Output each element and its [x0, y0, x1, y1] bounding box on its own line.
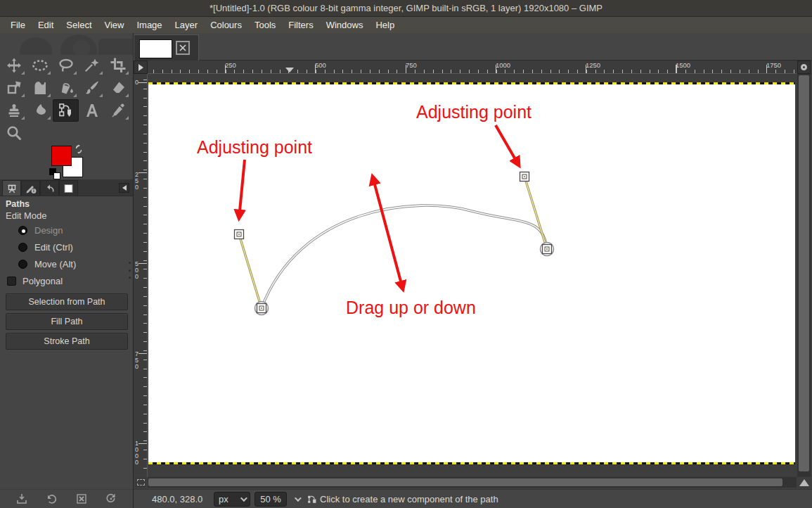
radio-edit[interactable]: Edit (Ctrl)	[18, 242, 128, 253]
statusbar: 480.0, 328.0 px 50 % Click to create a n…	[134, 489, 812, 508]
polygonal-checkbox-row[interactable]: Polygonal	[7, 276, 128, 286]
radio-design[interactable]: Design	[18, 225, 128, 236]
menu-item[interactable]: Windows	[320, 17, 370, 33]
ruler-label: 500	[315, 61, 326, 69]
tool-free-select[interactable]	[53, 54, 79, 77]
menu-item[interactable]: Help	[369, 17, 401, 33]
menu-item[interactable]: Colours	[204, 17, 248, 33]
restore-preset-icon[interactable]	[45, 493, 58, 505]
dock-tab-undo-history[interactable]	[40, 180, 59, 196]
radio-label: Edit (Ctrl)	[34, 242, 73, 253]
radio-move[interactable]: Move (Alt)	[18, 259, 128, 269]
path-action-button[interactable]: Stroke Path	[6, 333, 128, 350]
ruler-label: 1000	[135, 440, 141, 466]
reset-options-icon[interactable]	[105, 493, 117, 505]
tool-smudge[interactable]	[27, 99, 53, 122]
tool-options-dock: Paths Edit Mode Design Edit (Ctrl) Move …	[0, 179, 133, 508]
menu-item[interactable]: Filters	[282, 17, 319, 33]
tool-zoom[interactable]	[1, 122, 27, 144]
arrow-left-adjusting	[239, 160, 245, 218]
titlebar[interactable]: *[Untitled]-1.0 (RGB colour 8-bit gamma …	[0, 0, 812, 17]
foreground-color-swatch[interactable]	[51, 146, 72, 166]
menu-item[interactable]: Tools	[248, 17, 282, 33]
annotation-text: Adjusting point	[197, 137, 312, 158]
handle-lines	[239, 177, 547, 308]
path-action-buttons: Selection from PathFill PathStroke Path	[6, 293, 128, 350]
nav-arrow-icon	[799, 479, 809, 486]
vertical-ruler[interactable]: 02505007501000	[134, 74, 148, 477]
zoom-entry[interactable]: 50 %	[254, 492, 287, 507]
chevron-down-icon	[240, 495, 247, 502]
dock-tab-tool-options[interactable]	[2, 180, 21, 196]
quick-mask-toggle[interactable]	[135, 477, 146, 488]
dock-tab-colours[interactable]	[59, 180, 78, 196]
menu-item[interactable]: File	[4, 17, 32, 33]
ruler-corner-menu-button[interactable]	[134, 61, 148, 74]
move-icon	[6, 57, 22, 74]
vertical-scrollbar[interactable]	[797, 74, 811, 477]
ruler-label: 250	[225, 61, 236, 69]
tool-color-picker[interactable]	[105, 99, 131, 122]
bezier-curve	[262, 205, 547, 308]
bucket-fill-icon	[58, 80, 75, 96]
menu-item[interactable]: View	[98, 17, 131, 33]
menu-item[interactable]: Edit	[32, 17, 60, 33]
ruler-label: 500	[135, 261, 141, 280]
tool-paintbrush[interactable]	[79, 77, 105, 99]
annotation-text: Drag up or down	[346, 298, 476, 318]
canvas-region: 2505007501000125015001750 02505007501000	[134, 33, 812, 489]
canvas-viewport[interactable]: Adjusting pointAdjusting pointDrag up or…	[148, 74, 797, 477]
navigate-image-button[interactable]	[797, 477, 811, 488]
image-tab[interactable]	[134, 34, 199, 61]
paths-icon	[58, 102, 75, 119]
tool-unified-transform[interactable]	[1, 77, 27, 99]
tool-paths[interactable]	[53, 99, 79, 122]
lasso-icon	[58, 57, 75, 74]
crop-icon	[110, 57, 127, 74]
magic-wand-icon	[84, 57, 101, 74]
dock-body: Paths Edit Mode Design Edit (Ctrl) Move …	[0, 196, 133, 353]
close-image-button[interactable]	[176, 41, 190, 55]
dock-tab-row	[0, 179, 133, 196]
horizontal-ruler[interactable]: 2505007501000125015001750	[148, 61, 797, 74]
pointer-position-marker-icon	[285, 68, 294, 72]
tool-bucket-fill[interactable]	[53, 77, 79, 99]
edit-mode-label: Edit Mode	[6, 210, 128, 221]
horizontal-scrollbar[interactable]	[148, 477, 797, 488]
eyedropper-icon	[110, 102, 127, 119]
path-action-button[interactable]: Fill Path	[6, 313, 128, 330]
tool-fuzzy-select[interactable]	[79, 54, 105, 77]
zoom-dropdown-button[interactable]	[287, 492, 302, 507]
scrollbar-thumb[interactable]	[799, 75, 809, 471]
unit-select[interactable]: px	[214, 492, 250, 507]
radio-label: Design	[34, 225, 63, 236]
menu-item[interactable]: Layer	[169, 17, 205, 33]
tool-text[interactable]	[79, 99, 105, 122]
tool-eraser[interactable]	[105, 77, 131, 99]
path-action-button[interactable]: Selection from Path	[6, 293, 128, 310]
panel-resize-grip[interactable]	[129, 262, 132, 279]
ring-icon	[801, 64, 807, 70]
scrollbar-thumb[interactable]	[148, 478, 782, 486]
menu-item[interactable]: Image	[130, 17, 168, 33]
tool-warp-transform[interactable]	[27, 77, 53, 99]
dock-menu-button[interactable]	[119, 183, 129, 193]
image-canvas[interactable]: Adjusting pointAdjusting pointDrag up or…	[148, 84, 795, 462]
ruler-label: 250	[135, 172, 141, 191]
dock-tab-device-status[interactable]	[21, 180, 40, 196]
tool-ellipse-select[interactable]	[27, 54, 53, 77]
arrow-drag-up-down	[373, 177, 403, 289]
image-thumbnail	[139, 39, 172, 58]
default-white-swatch[interactable]	[53, 172, 60, 179]
ruler-label: 1000	[496, 61, 510, 69]
tool-clone[interactable]	[1, 99, 27, 122]
text-icon	[84, 102, 101, 119]
checkbox	[7, 277, 16, 286]
zoom-follow-window-button[interactable]	[797, 61, 811, 74]
tool-move[interactable]	[1, 54, 27, 77]
menu-item[interactable]: Select	[60, 17, 98, 33]
delete-preset-icon[interactable]	[75, 493, 88, 505]
swap-colors-icon[interactable]	[74, 144, 84, 154]
tool-crop[interactable]	[105, 54, 131, 77]
save-preset-icon[interactable]	[15, 493, 28, 505]
